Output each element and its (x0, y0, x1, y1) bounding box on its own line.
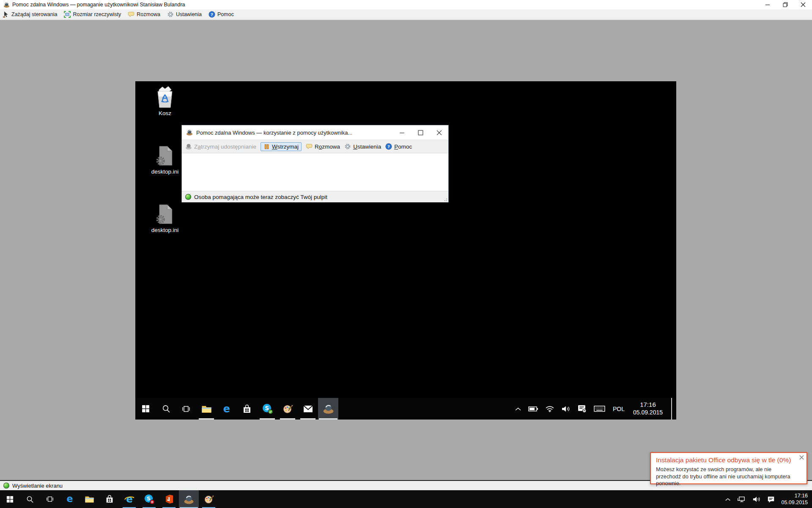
host-skype-button[interactable]: S (139, 490, 159, 508)
paint-icon (204, 494, 214, 504)
office-icon (164, 494, 174, 504)
host-start-button[interactable] (0, 490, 20, 508)
host-office-button[interactable] (159, 490, 179, 508)
touch-keyboard-tray-icon[interactable] (593, 405, 606, 412)
host-task-view-button[interactable] (40, 490, 60, 508)
close-button[interactable] (430, 125, 448, 140)
host-file-explorer-button[interactable] (80, 490, 99, 508)
show-hidden-icons-button[interactable] (724, 497, 732, 501)
desktop-icon-label: desktop.ini (141, 227, 189, 233)
toast-close-button[interactable] (799, 455, 804, 460)
svg-text:?: ? (211, 12, 213, 17)
remote-store-button[interactable] (237, 398, 257, 420)
request-control-button[interactable]: Zażądaj sterowania (3, 11, 57, 18)
show-desktop-button[interactable] (671, 398, 672, 420)
minimize-icon (765, 2, 770, 7)
remote-mail-button[interactable] (298, 398, 318, 420)
language-indicator[interactable]: POL (611, 406, 626, 412)
internet-explorer-icon: e (124, 494, 135, 505)
remote-clock[interactable]: 17:16 05.09.2015 (631, 401, 664, 416)
pause-button[interactable]: Wstrzymaj (261, 142, 302, 151)
resize-grip[interactable] (443, 197, 447, 202)
actual-size-button[interactable]: Rozmiar rzeczywisty (64, 11, 121, 18)
battery-tray-icon[interactable] (527, 406, 539, 412)
minimize-button[interactable] (392, 125, 411, 140)
inner-titlebar: Pomoc zdalna Windows — korzystanie z pom… (182, 125, 448, 140)
remote-skype-button[interactable]: S (257, 398, 277, 420)
network-tray-icon[interactable] (736, 496, 747, 503)
remote-assistance-taskbar-button[interactable] (318, 398, 338, 420)
restore-button[interactable] (776, 0, 794, 9)
remote-taskbar: e S (135, 398, 676, 420)
action-center-tray-icon[interactable] (766, 496, 776, 503)
chat-button[interactable]: Rozmowa (306, 143, 340, 150)
host-clock[interactable]: 17:16 05.09.2015 (780, 492, 808, 506)
paint-icon (283, 403, 293, 414)
help-button[interactable]: ? Pomoc (208, 11, 234, 18)
skype-icon: S (262, 403, 273, 414)
host-edge-button[interactable]: e (60, 490, 80, 508)
chat-button[interactable]: Rozmowa (128, 11, 160, 18)
status-green-dot (185, 194, 191, 200)
host-remote-assistance-button[interactable] (179, 490, 199, 508)
chat-icon (306, 143, 313, 150)
stop-sharing-button[interactable]: Zatrzymaj udostępnianie (185, 143, 256, 150)
close-button[interactable] (794, 0, 812, 9)
remote-paint-button[interactable] (277, 398, 298, 420)
volume-tray-icon[interactable] (752, 496, 762, 502)
remote-assistance-icon (186, 129, 193, 136)
svg-text:e: e (126, 494, 133, 505)
mail-icon (303, 404, 313, 414)
svg-text:S: S (146, 495, 150, 502)
host-system-tray: 17:16 05.09.2015 (724, 490, 812, 508)
restore-icon (783, 2, 788, 7)
remote-task-view-button[interactable] (176, 398, 196, 420)
task-view-icon (46, 495, 54, 503)
pause-icon (263, 144, 270, 150)
search-icon (26, 495, 34, 503)
edge-icon: e (221, 403, 232, 414)
desktop-icon-recycle-bin[interactable]: Kosz (141, 85, 189, 116)
wifi-tray-icon[interactable] (544, 406, 555, 412)
battery-icon (528, 406, 538, 412)
svg-text:e: e (223, 403, 230, 414)
maximize-button[interactable] (411, 125, 430, 140)
ini-file-icon (154, 202, 176, 226)
store-icon (105, 494, 114, 504)
remote-edge-button[interactable]: e (217, 398, 237, 420)
desktop-icon-desktop-ini-2[interactable]: desktop.ini (141, 202, 189, 233)
app-status-text: Wyświetlanie ekranu (12, 483, 63, 489)
settings-button[interactable]: Ustawienia (344, 143, 381, 150)
inner-statusbar: Osoba pomagająca może teraz zobaczyć Twó… (182, 191, 448, 202)
edge-icon: e (65, 494, 75, 504)
host-paint-button[interactable] (199, 490, 219, 508)
svg-text:e: e (66, 494, 73, 504)
inner-status-text: Osoba pomagająca może teraz zobaczyć Twó… (194, 194, 327, 200)
host-search-button[interactable] (20, 490, 40, 508)
remote-viewport: Kosz desktop.ini desktop.ini (0, 20, 812, 481)
volume-tray-icon[interactable] (560, 406, 571, 412)
action-center-icon (767, 496, 775, 503)
remote-search-button[interactable] (156, 398, 176, 420)
windows-start-icon (6, 495, 14, 503)
remote-assistance-icon (3, 2, 10, 8)
app-titlebar: Pomoc zdalna Windows — pomaganie użytkow… (0, 0, 812, 9)
settings-button[interactable]: Ustawienia (167, 11, 202, 18)
show-hidden-icons-button[interactable] (514, 407, 522, 411)
minimize-button[interactable] (759, 0, 776, 9)
minimize-icon (399, 130, 405, 135)
cursor-icon (3, 11, 9, 18)
remote-file-explorer-button[interactable] (196, 398, 217, 420)
help-button[interactable]: ? Pomoc (385, 143, 412, 150)
remote-system-tray: POL 17:16 05.09.2015 (514, 398, 676, 420)
gear-icon (167, 11, 174, 18)
remote-start-button[interactable] (135, 398, 156, 420)
action-center-tray-icon[interactable] (576, 404, 588, 413)
host-internet-explorer-button[interactable]: e (119, 490, 139, 508)
host-store-button[interactable] (99, 490, 119, 508)
stop-sharing-icon (185, 143, 192, 150)
chat-icon (128, 11, 134, 18)
action-center-icon (577, 404, 587, 413)
app-title: Pomoc zdalna Windows — pomaganie użytkow… (12, 2, 185, 8)
ethernet-icon (737, 496, 746, 503)
